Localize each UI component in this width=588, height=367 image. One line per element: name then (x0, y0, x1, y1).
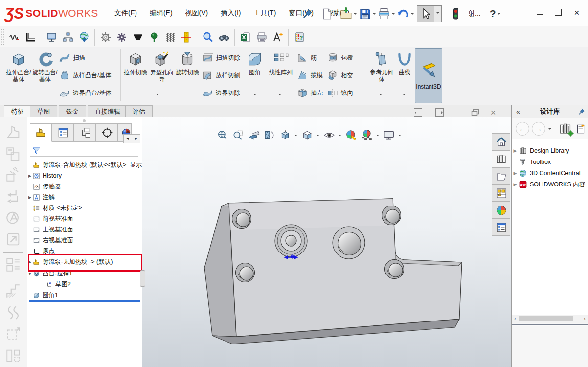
boundary-boss-button[interactable]: 边界凸台/基体 (59, 87, 111, 99)
excel-export-icon[interactable] (239, 30, 252, 44)
monitor-share-icon[interactable] (45, 30, 58, 44)
springs-icon[interactable] (163, 30, 177, 44)
revolved-cut-button[interactable]: 旋转切除 (175, 49, 200, 100)
lofted-cut-button[interactable]: 放样切割 (202, 69, 240, 82)
tree-root-part[interactable]: 射流泵-含加热块 (默认<<默认>_显示状 (27, 160, 142, 170)
window-maximize-button[interactable] (551, 6, 565, 19)
select-dropdown-caret[interactable] (434, 6, 441, 22)
show-left-pane-button[interactable] (412, 108, 423, 117)
new-document-button[interactable] (319, 6, 334, 21)
menu-tools[interactable]: 工具(T) (248, 6, 282, 21)
tree-item-annotations[interactable]: ▶ 注解 (27, 192, 142, 203)
tree-item-material[interactable]: 材质 <未指定> (27, 203, 142, 213)
tree-item-top-plane[interactable]: 上视基准面 (27, 224, 142, 235)
taskpane-tab-custom-properties[interactable] (492, 219, 510, 236)
traffic-light-icon[interactable] (449, 6, 463, 21)
tab-features[interactable]: 特征 (4, 105, 31, 117)
hole-wizard-button[interactable]: 异型孔向导 (148, 49, 176, 100)
tree-item-history[interactable]: ▶ History (27, 170, 142, 181)
reference-geometry-button[interactable]: 参考几何体 (368, 49, 395, 100)
draft-button[interactable]: 拔模 (296, 69, 323, 82)
tree-item-fillet1[interactable]: 圆角1 (27, 290, 142, 300)
menu-insert[interactable]: 插入(I) (215, 6, 247, 21)
open-document-button[interactable] (339, 6, 353, 21)
taskpane-tab-appearances[interactable] (492, 202, 510, 219)
doc-close-button[interactable]: × (488, 108, 498, 117)
text-sparkle-icon[interactable] (271, 30, 284, 44)
tab-configurationmanager[interactable] (74, 123, 96, 142)
new-dropdown-caret[interactable] (335, 13, 338, 16)
library-item-toolbox[interactable]: Toolbox (512, 157, 588, 167)
save-dropdown-caret[interactable] (373, 13, 376, 16)
tab-featuremanager-tree[interactable] (30, 123, 52, 142)
doc-minimize-button[interactable] (452, 108, 463, 117)
wrap-button[interactable]: 包覆 (327, 51, 353, 64)
library-item-solidworks-content[interactable]: ▶ SW SOLIDWORKS 内容 (512, 179, 588, 190)
panel-drag-dot[interactable] (83, 119, 86, 122)
add-file-location-button[interactable] (575, 123, 587, 135)
tab-sheet-metal[interactable]: 钣金 (59, 105, 86, 117)
taskpane-tab-file-explorer[interactable] (492, 167, 510, 184)
tree-filter-input[interactable] (30, 145, 138, 157)
print-button[interactable] (377, 6, 391, 21)
forward-button[interactable]: → (532, 122, 545, 136)
linear-pattern-button[interactable]: 线性阵列 (267, 49, 294, 100)
belt-pulley-icon[interactable] (131, 30, 144, 44)
revolved-boss-base-button[interactable]: 旋转凸台/基体 (31, 49, 59, 100)
fm-tab-scroll-left[interactable]: ◄ (123, 134, 132, 143)
tree-item-sensors[interactable]: 传感器 (27, 181, 142, 192)
save-button[interactable] (358, 6, 372, 21)
scroll-right-arrow[interactable]: › (581, 316, 588, 321)
binoculars-icon[interactable] (217, 30, 230, 44)
open-dropdown-caret[interactable] (354, 13, 357, 16)
network-nodes-icon[interactable] (61, 30, 74, 44)
taskpane-tab-view-palette[interactable] (492, 184, 510, 202)
mirror-button[interactable]: 镜向 (327, 87, 353, 99)
history-dropdown-caret[interactable] (548, 128, 551, 131)
back-button[interactable]: ← (516, 122, 529, 136)
intersect-button[interactable]: 相交 (327, 69, 353, 82)
globe-download-icon[interactable] (77, 30, 90, 44)
add-to-library-button[interactable] (559, 122, 572, 136)
reference-geometry-caret[interactable] (379, 95, 383, 103)
tree-item-right-plane[interactable]: 右视基准面 (27, 235, 142, 246)
undo-button[interactable] (396, 6, 410, 21)
pin-menubar-icon[interactable] (300, 6, 315, 21)
show-right-pane-button[interactable] (434, 108, 445, 117)
tab-sketch[interactable]: 草图 (30, 105, 57, 117)
window-minimize-button[interactable] (532, 6, 547, 19)
pin-pane-icon[interactable] (575, 108, 588, 115)
part-model-3d[interactable] (142, 117, 511, 367)
print-dropdown-caret[interactable] (392, 13, 395, 16)
fillet-caret[interactable] (253, 95, 257, 103)
window-close-button[interactable]: × (569, 6, 584, 19)
lofted-boss-button[interactable]: 放样凸台/基体 (59, 69, 111, 82)
menu-edit[interactable]: 编辑(E) (144, 6, 179, 21)
tree-item-sketch2[interactable]: 草图2 (27, 279, 142, 290)
help-notebook-icon[interactable]: ? (293, 30, 306, 44)
scrollbar-thumb[interactable] (519, 316, 573, 321)
instant3d-toggle[interactable]: Instant3D (415, 48, 442, 103)
swept-cut-button[interactable]: 扫描切除 (202, 51, 240, 64)
boundary-cut-button[interactable]: 边界切除 (202, 87, 240, 99)
toolbar-drag-handle[interactable] (1, 28, 4, 46)
scroll-left-arrow[interactable]: ‹ (512, 316, 519, 321)
taskpane-tab-design-library[interactable] (492, 150, 510, 167)
help-button[interactable]: ? (490, 8, 496, 20)
graphics-viewport[interactable] (142, 117, 511, 367)
rollback-bar[interactable] (29, 300, 140, 302)
rib-button[interactable]: 筋 (296, 51, 317, 64)
cam-slot-icon[interactable] (180, 30, 193, 44)
extruded-cut-button[interactable]: 拉伸切除 (123, 49, 148, 100)
curves-caret[interactable] (402, 95, 407, 103)
library-item-3d-contentcentral[interactable]: ▶ 3D ContentCentral (512, 168, 588, 179)
magnifier-icon[interactable] (201, 30, 214, 44)
extruded-boss-base-button[interactable]: 拉伸凸台/基体 (5, 49, 32, 100)
location-pin-icon[interactable] (147, 30, 160, 44)
swept-boss-button[interactable]: 扫描 (59, 51, 85, 64)
select-tool-button[interactable] (417, 6, 434, 22)
cut-group-caret[interactable] (156, 95, 160, 103)
tab-propertymanager[interactable] (52, 123, 74, 142)
collapse-pane-button[interactable]: « (512, 108, 524, 115)
library-item-design-library[interactable]: ▶ Design Library (512, 145, 588, 156)
